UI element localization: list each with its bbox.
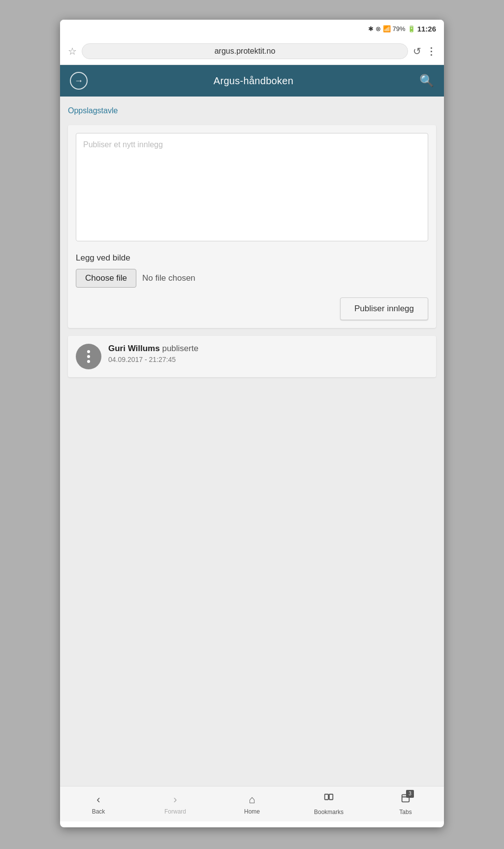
post-form-card: Legg ved bilde Choose file No file chose… [68,125,436,328]
wifi-icon: ⊗ [376,25,381,33]
breadcrumb[interactable]: Oppslagstavle [68,104,436,117]
more-options-icon[interactable]: ⋮ [426,45,436,57]
bottom-nav: ‹ Back › Forward ⌂ Home Bookmarks [60,786,444,821]
post-author-action-text: publiserte [162,344,198,353]
svg-rect-1 [329,794,333,799]
nav-home[interactable]: ⌂ Home [214,793,290,815]
forward-label: Forward [164,808,186,815]
tabs-icon: 3 [400,793,411,807]
nav-back-button[interactable]: → [70,72,88,90]
signal-icon: 📶 [383,25,391,33]
phone-frame: ✱ ⊗ 📶 79% 🔋 11:26 ☆ argus.protektit.no ↺… [60,20,444,827]
post-author-name: Guri Willums [108,344,160,353]
avatar [76,344,101,369]
url-bar: ☆ argus.protektit.no ↺ ⋮ [60,37,444,65]
nav-forward[interactable]: › Forward [137,793,214,815]
bookmarks-label: Bookmarks [314,809,344,816]
choose-file-button[interactable]: Choose file [76,269,136,288]
battery-icon: 🔋 [408,25,415,33]
no-file-text: No file chosen [142,273,195,283]
status-bar: ✱ ⊗ 📶 79% 🔋 11:26 [60,20,444,37]
avatar-dot-3 [87,360,90,363]
post-timestamp: 04.09.2017 - 21:27:45 [108,356,428,363]
bookmarks-icon [323,793,334,807]
attach-label: Legg ved bilde [76,253,428,263]
post-info: Guri Willums publiserte 04.09.2017 - 21:… [108,344,428,363]
publish-button[interactable]: Publiser innlegg [340,297,428,320]
battery-text: 79% [393,25,406,33]
app-header: → Argus-håndboken 🔍 [60,65,444,97]
back-icon: ‹ [96,793,100,806]
bookmark-star-icon[interactable]: ☆ [68,45,77,57]
post-entry-card: Guri Willums publiserte 04.09.2017 - 21:… [68,336,436,377]
post-textarea[interactable] [76,133,428,241]
tabs-label: Tabs [399,809,411,816]
tabs-count-badge: 3 [406,790,414,798]
main-content: Oppslagstavle Legg ved bilde Choose file… [60,97,444,786]
home-icon: ⌂ [249,793,255,806]
nav-back[interactable]: ‹ Back [60,793,137,815]
app-title: Argus-håndboken [214,75,293,87]
bluetooth-icon: ✱ [368,25,374,33]
avatar-dots [87,350,90,363]
svg-rect-0 [325,794,328,799]
nav-bookmarks[interactable]: Bookmarks [290,793,367,816]
status-time: 11:26 [417,25,436,33]
avatar-dot-2 [87,355,90,358]
arrow-right-icon: → [74,76,83,86]
url-input[interactable]: argus.protektit.no [82,43,408,59]
refresh-icon[interactable]: ↺ [413,45,421,57]
post-author: Guri Willums publiserte [108,344,428,354]
home-label: Home [244,808,260,815]
back-label: Back [92,808,105,815]
publish-btn-row: Publiser innlegg [76,297,428,320]
avatar-dot-1 [87,350,90,353]
file-input-row: Choose file No file chosen [76,269,428,288]
nav-tabs[interactable]: 3 Tabs [367,793,444,816]
status-icons: ✱ ⊗ 📶 79% 🔋 11:26 [368,25,436,33]
search-icon[interactable]: 🔍 [419,74,434,88]
forward-icon: › [173,793,177,806]
